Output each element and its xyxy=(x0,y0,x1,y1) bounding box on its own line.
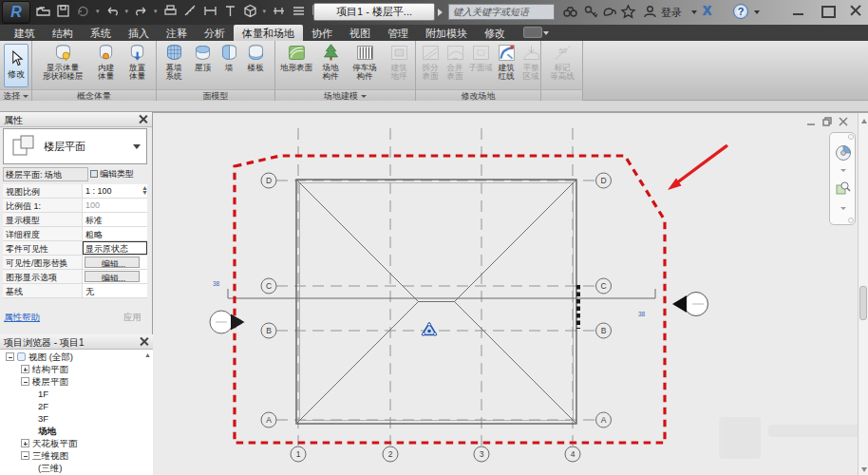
search-binoculars-icon[interactable] xyxy=(562,4,578,20)
panel-caption-select[interactable]: 选择 xyxy=(0,89,31,101)
expand-icon[interactable] xyxy=(21,365,29,373)
toposurface-button[interactable]: 地形表面 xyxy=(277,43,315,72)
title-next-icon[interactable] xyxy=(438,9,443,16)
dropdown-caret[interactable]: ▾ xyxy=(154,8,158,15)
sync-icon[interactable] xyxy=(76,4,90,18)
tab-insert[interactable]: 插入 xyxy=(120,25,158,41)
tree-item-ceiling-plans[interactable]: 天花板平面 xyxy=(0,437,152,449)
tree-item-floor-plans[interactable]: 楼层平面 xyxy=(0,375,152,388)
tab-structure[interactable]: 结构 xyxy=(44,25,82,41)
dropdown-caret[interactable]: ▾ xyxy=(125,8,129,15)
property-row[interactable]: 比例值 1:100 xyxy=(3,199,147,213)
dropdown-caret[interactable]: ▾ xyxy=(96,8,100,15)
canvas-vertical-scrollbar[interactable] xyxy=(858,113,868,475)
scroll-up-icon[interactable] xyxy=(861,119,867,124)
panel-caption-modify-site[interactable]: 修改场地 xyxy=(416,89,540,101)
roof-by-face-button[interactable]: 屋顶 xyxy=(189,43,217,72)
dropdown-caret[interactable]: ▾ xyxy=(263,8,267,15)
tree-item-3d[interactable]: (三维) xyxy=(0,462,152,474)
tree-item-views[interactable]: 视图 (全部) xyxy=(0,351,152,363)
split-surface-button[interactable]: 拆分 表面 xyxy=(418,43,443,82)
properties-header[interactable]: 属性 xyxy=(0,112,152,127)
tab-addins[interactable]: 附加模块 xyxy=(417,25,476,41)
elevation-marker-east[interactable] xyxy=(672,293,708,316)
property-row[interactable]: 显示模型标准 xyxy=(3,213,147,227)
app-menu-button[interactable]: R xyxy=(2,1,30,24)
print-icon[interactable] xyxy=(163,4,178,18)
section-icon[interactable] xyxy=(272,4,286,18)
tree-item-structural-plans[interactable]: 结构平面 xyxy=(0,363,152,375)
tree-item-3d-views[interactable]: 三维视图 xyxy=(0,449,152,462)
subregion-button[interactable]: 子面域 xyxy=(467,43,494,72)
open-icon[interactable] xyxy=(36,4,50,18)
reference-plane[interactable] xyxy=(228,289,655,298)
site-component-button[interactable]: 场地 构件 xyxy=(315,43,346,82)
elevation-marker-west[interactable] xyxy=(210,311,245,333)
tab-annotate[interactable]: 注释 xyxy=(158,25,196,41)
grid-bubbles-right[interactable]: D C B A xyxy=(596,173,612,428)
tab-analyze[interactable]: 分析 xyxy=(196,25,234,41)
close-button[interactable] xyxy=(849,5,862,16)
tab-manage[interactable]: 管理 xyxy=(379,25,417,41)
instance-selector[interactable]: 楼层平面: 场地 xyxy=(3,167,88,181)
type-selector-caret-icon[interactable] xyxy=(133,144,141,149)
user-icon[interactable] xyxy=(642,4,658,20)
project-browser-close-icon[interactable] xyxy=(139,336,149,347)
property-row[interactable]: 详细程度粗略 xyxy=(3,227,147,241)
scroll-down-icon[interactable] xyxy=(861,467,867,472)
apply-button[interactable]: 应用 xyxy=(123,312,142,324)
thin-lines-icon[interactable] xyxy=(292,4,306,18)
sign-in-link[interactable]: 登录 xyxy=(661,6,682,20)
help-icon[interactable]: ? xyxy=(733,4,748,19)
redo-icon[interactable] xyxy=(134,4,148,18)
signin-caret-icon[interactable] xyxy=(691,10,697,14)
text-icon[interactable] xyxy=(223,4,237,18)
parking-component-button[interactable]: 停车场 构件 xyxy=(346,43,384,82)
modify-tool-button[interactable]: 修改 xyxy=(4,44,28,87)
property-line-boundary[interactable] xyxy=(235,156,665,443)
wall-by-face-button[interactable]: 墙 xyxy=(217,43,241,72)
edit-type-button[interactable]: 编辑类型 xyxy=(88,167,147,181)
view-close-icon[interactable] xyxy=(839,117,848,126)
horizontal-grid-lines[interactable] xyxy=(276,180,595,420)
minimize-button[interactable] xyxy=(792,5,805,16)
collapse-icon[interactable] xyxy=(21,451,29,460)
zoom-tool-icon[interactable] xyxy=(836,180,851,196)
wheel-caret-icon[interactable] xyxy=(840,169,846,172)
ribbon-display-toggle-icon[interactable] xyxy=(523,27,542,38)
scrollbar-thumb[interactable] xyxy=(859,286,867,320)
building-mass[interactable] xyxy=(296,180,576,424)
merge-surfaces-button[interactable]: 合并 表面 xyxy=(443,43,467,82)
panel-caption-conceptual-mass[interactable]: 概念体量 xyxy=(32,89,156,101)
grid-bubbles-bottom[interactable]: 1 2 3 4 xyxy=(291,446,580,462)
undo-icon[interactable] xyxy=(105,4,120,18)
default-3d-view-icon[interactable] xyxy=(243,4,257,18)
search-input[interactable] xyxy=(448,4,555,20)
collapse-icon[interactable] xyxy=(21,377,29,386)
tree-item-1f[interactable]: 1F xyxy=(0,388,152,400)
tree-item-3f[interactable]: 3F xyxy=(0,412,152,425)
tree-item-2f[interactable]: 2F xyxy=(0,400,152,412)
tab-view[interactable]: 视图 xyxy=(341,25,379,41)
view-restore-icon[interactable] xyxy=(822,117,832,126)
maximize-button[interactable] xyxy=(821,5,834,16)
view-minimize-icon[interactable] xyxy=(806,117,816,126)
inplace-mass-button[interactable]: 内建 体量 xyxy=(90,43,122,82)
property-row[interactable]: 零件可见性显示原状态 xyxy=(3,241,147,256)
property-row[interactable]: 基线无▼ xyxy=(3,284,147,298)
property-row[interactable]: 图形显示选项编辑... xyxy=(3,270,147,284)
panel-caption-site-modeling[interactable]: 场地建模 xyxy=(275,89,415,101)
curtain-system-button[interactable]: 幕墙 系统 xyxy=(159,43,189,82)
graded-region-button[interactable]: 平整 区域 xyxy=(519,43,543,82)
tab-modify[interactable]: 修改 xyxy=(476,25,514,41)
show-mass-button[interactable]: 显示体量 形状和楼层 xyxy=(35,43,90,82)
key-icon[interactable] xyxy=(583,4,599,20)
place-mass-button[interactable]: 放置 体量 xyxy=(122,43,153,82)
steering-wheel-icon[interactable] xyxy=(835,144,852,162)
save-icon[interactable] xyxy=(56,4,70,18)
property-row[interactable]: 视图比例1 : 100▲ xyxy=(3,184,147,199)
tree-scroll-up-icon[interactable]: ▲ xyxy=(144,352,151,358)
panel-caption-model-by-face[interactable]: 面模型 xyxy=(157,89,274,101)
expand-icon[interactable] xyxy=(21,439,29,447)
property-line-button[interactable]: 建筑 红线 xyxy=(494,43,519,82)
